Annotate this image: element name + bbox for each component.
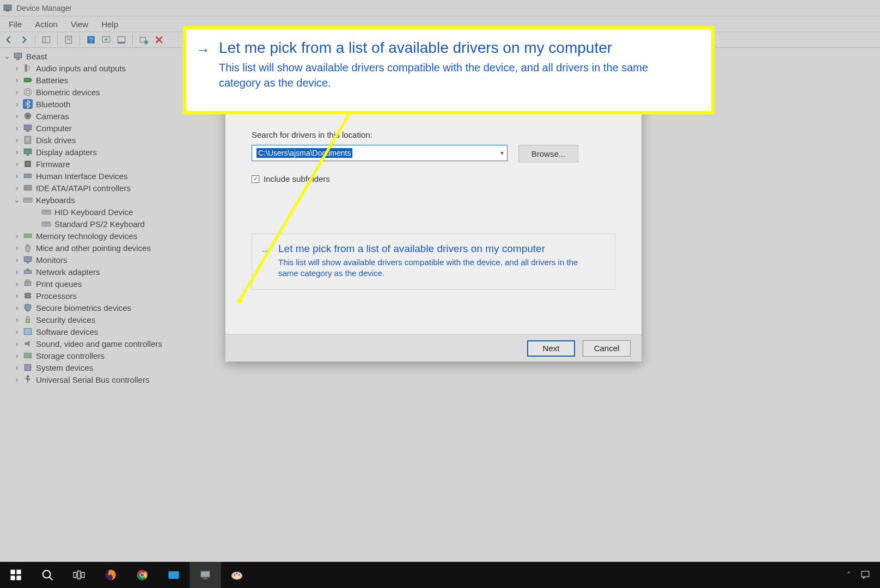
expand-icon[interactable]: › xyxy=(13,232,21,240)
svg-point-89 xyxy=(236,573,237,574)
expand-icon[interactable]: › xyxy=(13,292,21,299)
browse-button[interactable]: Browse... xyxy=(518,145,578,162)
tree-node[interactable]: ›Monitors xyxy=(0,254,185,266)
expand-icon[interactable]: › xyxy=(13,376,21,383)
tree-node[interactable]: ›Memory technology devices xyxy=(0,230,185,242)
expand-icon[interactable]: › xyxy=(13,268,21,275)
svg-point-28 xyxy=(26,138,30,142)
expand-icon[interactable]: › xyxy=(13,112,21,120)
task-view-button[interactable] xyxy=(63,562,95,588)
expand-icon[interactable]: › xyxy=(13,184,21,192)
tree-node[interactable]: ›System devices xyxy=(0,362,185,373)
scan-hardware-button[interactable] xyxy=(137,33,150,46)
help-button[interactable]: ? xyxy=(84,33,97,46)
tree-node[interactable]: ›Audio inputs and outputs xyxy=(0,62,185,74)
tree-node[interactable]: ›Processors xyxy=(0,290,185,302)
callout-description: This list will show available drivers co… xyxy=(219,60,693,90)
taskbar-device-manager[interactable] xyxy=(190,562,221,588)
expand-icon[interactable]: › xyxy=(13,304,21,311)
collapse-icon[interactable]: ⌄ xyxy=(3,52,11,60)
chevron-down-icon[interactable]: ▾ xyxy=(500,149,504,157)
menu-view[interactable]: View xyxy=(64,17,95,31)
tree-node[interactable]: ›Computer xyxy=(0,122,185,134)
show-hide-tree-button[interactable] xyxy=(40,33,53,46)
tree-node[interactable]: ›Human Interface Devices xyxy=(0,170,185,182)
expand-icon[interactable]: › xyxy=(13,352,21,359)
svg-text:?: ? xyxy=(89,36,93,44)
tree-node-label: Human Interface Devices xyxy=(36,171,127,181)
action-center-icon[interactable] xyxy=(860,570,870,580)
disable-device-button[interactable] xyxy=(115,33,128,46)
tree-node[interactable]: ›Security devices xyxy=(0,314,185,326)
tree-node[interactable]: ⌄Keyboards xyxy=(0,194,185,206)
properties-button[interactable] xyxy=(62,33,75,46)
device-tree[interactable]: ⌄ Beast ›Audio inputs and outputs›Batter… xyxy=(0,48,185,562)
expand-icon[interactable]: › xyxy=(13,88,21,96)
collapse-icon[interactable]: ⌄ xyxy=(13,196,21,204)
forward-button[interactable] xyxy=(17,33,30,46)
expand-icon[interactable]: › xyxy=(13,256,21,264)
update-driver-button[interactable] xyxy=(100,33,113,46)
tree-node-label: Print queues xyxy=(36,279,82,289)
expand-icon[interactable]: › xyxy=(13,76,21,84)
cancel-button[interactable]: Cancel xyxy=(583,340,631,357)
taskbar[interactable]: ˄ xyxy=(0,562,880,588)
tree-node[interactable]: ›IDE ATA/ATAPI controllers xyxy=(0,182,185,194)
taskbar-app-blue[interactable] xyxy=(158,562,190,588)
tree-node[interactable]: ›Storage controllers xyxy=(0,350,185,362)
next-button[interactable]: Next xyxy=(527,340,575,357)
tree-node[interactable]: ›Firmware xyxy=(0,158,185,170)
uninstall-device-button[interactable] xyxy=(152,33,166,46)
menu-help[interactable]: Help xyxy=(95,17,125,31)
tree-node[interactable]: ›Universal Serial Bus controllers xyxy=(0,373,185,385)
tree-node[interactable]: ›Biometric devices xyxy=(0,86,185,98)
svg-rect-26 xyxy=(26,131,30,132)
taskbar-chrome[interactable] xyxy=(126,562,158,588)
tree-leaf[interactable]: Standard PS/2 Keyboard xyxy=(0,218,185,230)
expand-icon[interactable]: › xyxy=(13,172,21,180)
start-button[interactable] xyxy=(0,562,32,588)
menu-action[interactable]: Action xyxy=(28,17,64,31)
tree-node[interactable]: ›Print queues xyxy=(0,278,185,290)
expand-icon[interactable]: › xyxy=(13,280,21,287)
tree-node[interactable]: ›Network adapters xyxy=(0,266,185,278)
tree-node[interactable]: ›Display adapters xyxy=(0,146,185,158)
tree-node[interactable]: ›Sound, video and game controllers xyxy=(0,338,185,350)
taskbar-firefox[interactable] xyxy=(95,562,126,588)
tree-root[interactable]: ⌄ Beast xyxy=(0,50,185,62)
tree-leaf[interactable]: HID Keyboard Device xyxy=(0,206,185,218)
expand-icon[interactable]: › xyxy=(13,160,21,168)
back-button[interactable] xyxy=(2,33,15,46)
expand-icon[interactable]: › xyxy=(13,136,21,144)
expand-icon[interactable]: › xyxy=(13,316,21,323)
svg-rect-58 xyxy=(25,342,27,345)
tree-node[interactable]: ›Software devices xyxy=(0,326,185,338)
menu-file[interactable]: File xyxy=(2,17,28,31)
location-combobox[interactable]: C:\Users\ajsma\Documents ▾ xyxy=(252,145,508,161)
search-button[interactable] xyxy=(32,562,63,588)
expand-icon[interactable]: › xyxy=(13,64,21,72)
expand-icon[interactable]: › xyxy=(13,328,21,335)
network-icon xyxy=(23,267,33,277)
expand-icon[interactable]: › xyxy=(13,124,21,132)
expand-icon[interactable]: › xyxy=(13,100,21,108)
camera-icon xyxy=(23,111,33,121)
tree-node[interactable]: ›Disk drives xyxy=(0,134,185,146)
tree-node[interactable]: ›Bluetooth xyxy=(0,98,185,110)
expand-icon[interactable]: › xyxy=(13,340,21,347)
tray-overflow-icon[interactable]: ˄ xyxy=(847,571,851,579)
tree-node[interactable]: ›Batteries xyxy=(0,74,185,86)
security-icon xyxy=(23,315,33,324)
tree-node-label: Display adapters xyxy=(36,148,97,157)
tree-node[interactable]: ›Mice and other pointing devices xyxy=(0,242,185,254)
expand-icon[interactable]: › xyxy=(13,244,21,252)
expand-icon[interactable]: › xyxy=(13,364,21,371)
pick-from-list-option[interactable]: → Let me pick from a list of available d… xyxy=(252,234,615,290)
include-subfolders-checkbox[interactable]: ✓ xyxy=(252,175,259,183)
expand-icon[interactable]: › xyxy=(13,148,21,156)
svg-point-60 xyxy=(29,356,30,357)
svg-rect-1 xyxy=(6,10,9,11)
tree-node[interactable]: ›Cameras xyxy=(0,110,185,122)
tree-node[interactable]: ›Secure biometrics devices xyxy=(0,302,185,314)
taskbar-paint[interactable] xyxy=(221,562,253,588)
